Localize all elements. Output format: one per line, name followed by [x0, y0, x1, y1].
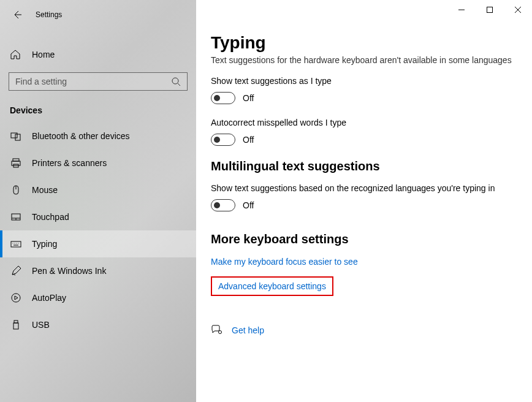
toggle-switch[interactable]	[211, 134, 235, 146]
svg-rect-1	[11, 133, 17, 138]
svg-point-15	[18, 243, 19, 244]
maximize-button[interactable]	[476, 0, 504, 20]
maximize-icon	[487, 7, 493, 13]
svg-rect-4	[12, 161, 20, 165]
minimize-button[interactable]	[447, 0, 476, 20]
devices-icon	[10, 130, 22, 142]
titlebar: Settings	[0, 0, 196, 29]
sidebar-item-usb[interactable]: USB	[0, 311, 196, 338]
search-icon	[171, 77, 181, 86]
app-title: Settings	[36, 10, 62, 19]
setting-label: Show text suggestions as I type	[211, 76, 517, 86]
sidebar-item-mouse[interactable]: Mouse	[0, 176, 196, 203]
sidebar-item-typing[interactable]: Typing	[0, 230, 196, 257]
setting-label: Show text suggestions based on the recog…	[211, 183, 517, 193]
search-input[interactable]	[15, 77, 171, 86]
sidebar-item-pen[interactable]: Pen & Windows Ink	[0, 257, 196, 284]
more-keyboard-heading: More keyboard settings	[211, 232, 517, 246]
help-row: Get help	[211, 324, 517, 336]
sidebar: Settings Home Devices Bluetooth & other …	[0, 0, 196, 402]
pen-icon	[10, 265, 22, 277]
usb-icon	[10, 319, 22, 331]
mouse-icon	[10, 184, 22, 196]
sidebar-item-label: Mouse	[32, 185, 58, 195]
toggle-switch[interactable]	[211, 199, 235, 211]
search-box[interactable]	[9, 72, 188, 91]
link-keyboard-focus[interactable]: Make my keyboard focus easier to see	[211, 257, 358, 267]
main-content: Typing Text suggestions for the hardware…	[196, 0, 532, 402]
sidebar-item-autoplay[interactable]: AutoPlay	[0, 284, 196, 311]
toggle-suggestions: Off	[211, 92, 517, 104]
toggle-state: Off	[243, 93, 254, 103]
link-advanced-keyboard[interactable]: Advanced keyboard settings	[211, 276, 333, 296]
page-title: Typing	[211, 33, 517, 53]
svg-point-14	[17, 243, 17, 244]
svg-rect-2	[15, 134, 20, 140]
multilingual-heading: Multilingual text suggestions	[211, 159, 517, 173]
arrow-left-icon	[12, 10, 22, 20]
home-icon	[10, 49, 22, 60]
toggle-state: Off	[243, 200, 254, 210]
svg-rect-11	[11, 241, 21, 247]
keyboard-icon	[10, 238, 22, 250]
section-title: Devices	[0, 96, 196, 123]
help-link[interactable]: Get help	[232, 325, 264, 335]
svg-point-22	[219, 331, 222, 334]
svg-rect-3	[13, 159, 19, 161]
toggle-switch[interactable]	[211, 92, 235, 104]
svg-rect-18	[14, 320, 18, 323]
back-button[interactable]	[10, 7, 25, 22]
sidebar-item-label: Printers & scanners	[32, 158, 107, 168]
printer-icon	[10, 157, 22, 169]
svg-rect-21	[487, 7, 493, 13]
toggle-state: Off	[243, 135, 254, 145]
home-nav[interactable]: Home	[0, 42, 196, 67]
svg-rect-19	[13, 323, 18, 329]
svg-point-0	[172, 78, 178, 84]
sidebar-item-label: Bluetooth & other devices	[32, 131, 130, 141]
window-controls	[447, 0, 532, 20]
svg-point-13	[15, 243, 15, 244]
close-button[interactable]	[504, 0, 532, 20]
minimize-icon	[458, 7, 465, 13]
close-icon	[515, 7, 521, 13]
sidebar-item-label: Touchpad	[32, 212, 69, 222]
sidebar-item-touchpad[interactable]: Touchpad	[0, 203, 196, 230]
sidebar-item-printers[interactable]: Printers & scanners	[0, 150, 196, 176]
touchpad-icon	[10, 211, 22, 223]
sidebar-item-label: USB	[32, 320, 50, 330]
sidebar-item-label: Typing	[32, 239, 57, 249]
truncated-note: Text suggestions for the hardware keyboa…	[211, 55, 517, 65]
autoplay-icon	[10, 292, 22, 304]
svg-point-17	[12, 294, 20, 302]
sidebar-item-bluetooth[interactable]: Bluetooth & other devices	[0, 123, 196, 150]
help-icon	[211, 324, 223, 336]
home-label: Home	[32, 50, 55, 59]
toggle-multilingual: Off	[211, 199, 517, 211]
svg-point-12	[13, 243, 13, 244]
toggle-autocorrect: Off	[211, 134, 517, 146]
setting-label: Autocorrect misspelled words I type	[211, 118, 517, 127]
sidebar-item-label: AutoPlay	[32, 293, 66, 303]
sidebar-item-label: Pen & Windows Ink	[32, 266, 106, 276]
